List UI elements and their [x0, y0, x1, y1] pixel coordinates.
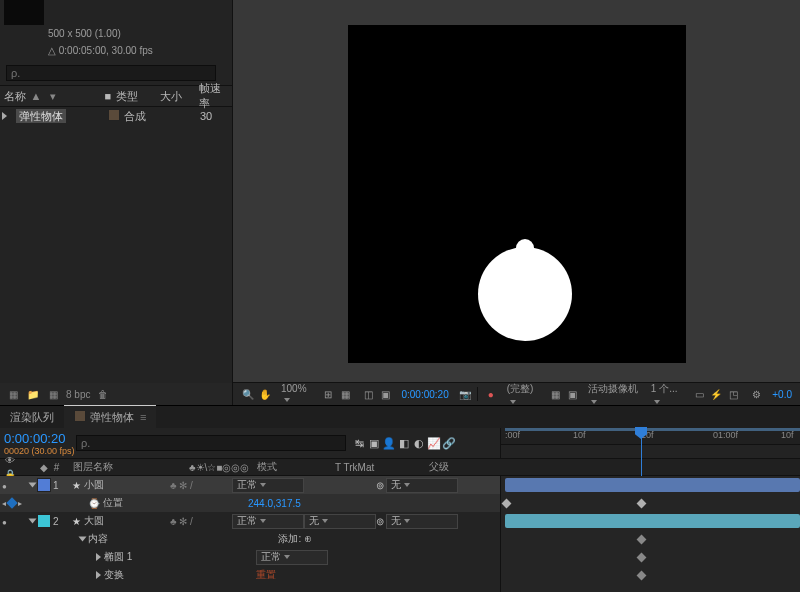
- eye-toggle-2[interactable]: [2, 516, 12, 526]
- prop-position-value[interactable]: 244.0,317.5: [248, 498, 320, 509]
- viewer-toolbar: 🔍✋ 100% ⊞▦ ◫▣ 0:00:00:20 📷 ● (完整) ▦▣ 活动摄…: [233, 382, 800, 405]
- trash-icon[interactable]: 🗑: [96, 387, 110, 401]
- col-mode[interactable]: 模式: [254, 460, 332, 474]
- twirl-contents[interactable]: [79, 537, 87, 542]
- twirl-layer-1[interactable]: [29, 483, 37, 488]
- current-timecode[interactable]: 0:00:00:20: [0, 429, 76, 446]
- grid-icon[interactable]: ▦: [338, 387, 352, 401]
- roi-icon[interactable]: ▣: [378, 387, 392, 401]
- col-layer-name[interactable]: 图层名称: [70, 460, 186, 474]
- label-swatch[interactable]: [108, 109, 120, 121]
- col-rate[interactable]: 帧速率: [195, 81, 232, 111]
- camera-dropdown[interactable]: 活动摄像机: [588, 382, 642, 407]
- keyframe[interactable]: [637, 499, 647, 509]
- mode-dropdown-2[interactable]: 正常: [232, 514, 304, 529]
- col-parent[interactable]: 父级: [426, 460, 504, 474]
- tab-menu-icon[interactable]: ≡: [140, 411, 146, 423]
- pixel-aspect-icon[interactable]: ▭: [692, 387, 706, 401]
- timeline-icon[interactable]: ◳: [726, 387, 740, 401]
- resolution-dropdown[interactable]: (完整): [507, 382, 539, 407]
- exposure-value[interactable]: +0.0: [772, 389, 792, 400]
- keyframe-marker[interactable]: [637, 553, 647, 563]
- label-color-1[interactable]: [37, 478, 51, 492]
- eye-col-icon[interactable]: 👁: [3, 453, 17, 467]
- col-trkmat[interactable]: T TrkMat: [332, 462, 410, 473]
- layer-bar-1[interactable]: [505, 478, 800, 492]
- parent-dropdown-2[interactable]: 无: [386, 514, 458, 529]
- keyframe-marker[interactable]: [637, 571, 647, 581]
- zoom-dropdown[interactable]: 100%: [281, 383, 312, 405]
- new-folder-icon[interactable]: 📁: [26, 387, 40, 401]
- switches-1[interactable]: ♣ ✻ /: [170, 480, 193, 491]
- col-num[interactable]: #: [54, 462, 60, 473]
- eye-toggle[interactable]: [2, 480, 12, 490]
- tab-composition[interactable]: 弹性物体≡: [64, 404, 156, 428]
- filter-icon[interactable]: ▾: [46, 89, 60, 103]
- reset-link[interactable]: 重置: [256, 569, 276, 580]
- frame-blend-icon[interactable]: ◧: [397, 436, 411, 450]
- brainstorm-icon[interactable]: 🔗: [442, 436, 456, 450]
- shy-icon[interactable]: 👤: [382, 436, 396, 450]
- resolution-icon[interactable]: ⊞: [321, 387, 335, 401]
- transparency-icon[interactable]: ▦: [548, 387, 562, 401]
- layer-bar-2[interactable]: [505, 514, 800, 528]
- timeline-tracks[interactable]: [500, 476, 800, 592]
- stopwatch-icon[interactable]: [88, 498, 100, 509]
- bpc-label[interactable]: 8 bpc: [66, 389, 90, 400]
- channel-icon[interactable]: ●: [484, 387, 498, 401]
- fast-preview-icon[interactable]: ⚡: [709, 387, 723, 401]
- pickwhip-icon-2[interactable]: ⊚: [376, 516, 384, 527]
- label-col-icon[interactable]: ◆: [37, 460, 51, 474]
- composition-viewer[interactable]: [233, 0, 800, 382]
- ruler-tick-4: 10f: [781, 430, 794, 440]
- mode-dropdown-1[interactable]: 正常: [232, 478, 304, 493]
- new-comp-icon[interactable]: ▦: [46, 387, 60, 401]
- twirl-layer-2[interactable]: [29, 519, 37, 524]
- switches-2[interactable]: ♣ ✻ /: [170, 516, 193, 527]
- ruler-tick-0: :00f: [505, 430, 520, 440]
- interpret-footage-icon[interactable]: ▦: [6, 387, 20, 401]
- mask-icon[interactable]: ◫: [361, 387, 375, 401]
- col-switches[interactable]: ♣☀\☆■◎◎◎: [186, 462, 254, 473]
- views-dropdown[interactable]: 1 个...: [651, 382, 683, 407]
- motion-blur-icon[interactable]: ◐: [412, 436, 426, 450]
- col-size[interactable]: 大小: [156, 89, 195, 104]
- add-menu-icon[interactable]: ⊕: [304, 533, 312, 544]
- ruler-tick-1: 10f: [573, 430, 586, 440]
- group-transform[interactable]: 变换 重置: [0, 566, 500, 584]
- group-contents[interactable]: 内容 添加: ⊕: [0, 530, 500, 548]
- graph-editor-icon[interactable]: 📈: [427, 436, 441, 450]
- pickwhip-icon-1[interactable]: ⊚: [376, 480, 384, 491]
- draft3d-icon[interactable]: ▣: [367, 436, 381, 450]
- label-color-2[interactable]: [37, 514, 51, 528]
- parent-dropdown-1[interactable]: 无: [386, 478, 458, 493]
- property-row-position[interactable]: ◂▸ 位置 244.0,317.5: [0, 494, 500, 512]
- keyframe[interactable]: [502, 499, 512, 509]
- comp-mini-flow-icon[interactable]: ↹: [352, 436, 366, 450]
- twirl-icon[interactable]: [2, 112, 7, 120]
- layer-row-1[interactable]: 1 小圆 ♣ ✻ / 正常 ⊚ 无: [0, 476, 500, 494]
- layer-name-1[interactable]: 小圆: [84, 478, 104, 492]
- keyframe-marker[interactable]: [637, 535, 647, 545]
- magnify-icon[interactable]: 🔍: [241, 387, 255, 401]
- twirl-transform[interactable]: [96, 571, 101, 579]
- tab-render-queue[interactable]: 渲染队列: [0, 404, 64, 428]
- hand-icon[interactable]: ✋: [258, 387, 272, 401]
- twirl-ellipse[interactable]: [96, 553, 101, 561]
- ellipse-mode[interactable]: 正常: [256, 550, 328, 565]
- trkmat-dropdown-2[interactable]: 无: [304, 514, 376, 529]
- next-kf-icon[interactable]: ▸: [18, 499, 22, 508]
- layer-name-2[interactable]: 大圆: [84, 514, 104, 528]
- group-ellipse[interactable]: 椭圆 1 正常: [0, 548, 500, 566]
- viewer-time[interactable]: 0:00:00:20: [401, 389, 448, 400]
- project-search-input[interactable]: [6, 65, 216, 81]
- col-name[interactable]: 名称: [4, 90, 26, 102]
- layer-row-2[interactable]: 2 大圆 ♣ ✻ / 正常 无 ⊚ 无: [0, 512, 500, 530]
- timeline-search-input[interactable]: [76, 435, 346, 451]
- project-item-name[interactable]: 弹性物体: [16, 109, 66, 123]
- flowchart-icon[interactable]: ⚙: [749, 387, 763, 401]
- 3d-icon[interactable]: ▣: [565, 387, 579, 401]
- col-type[interactable]: 类型: [116, 90, 138, 102]
- snapshot-icon[interactable]: 📷: [458, 387, 472, 401]
- add-kf-icon[interactable]: [6, 497, 17, 508]
